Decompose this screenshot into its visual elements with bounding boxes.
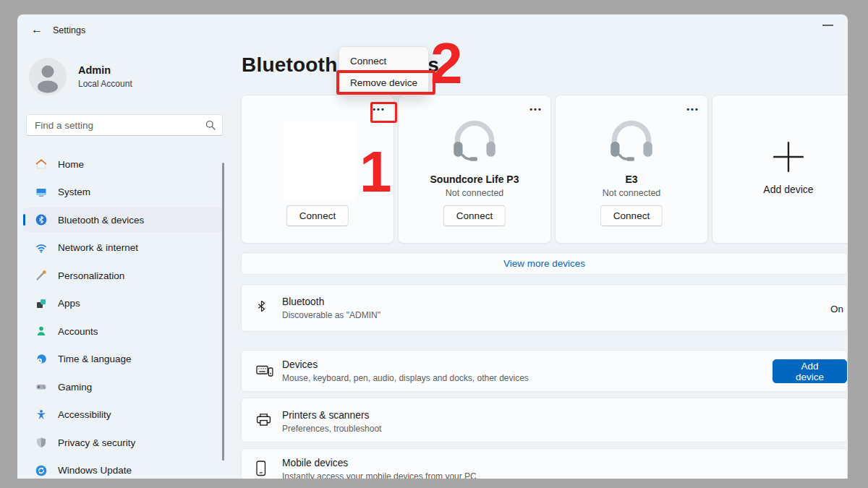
home-icon bbox=[35, 158, 47, 170]
network-icon bbox=[35, 242, 47, 254]
device-card-e3: ••• E3 Not connected Connect bbox=[555, 95, 708, 244]
device-status: Not connected bbox=[556, 188, 707, 198]
back-button[interactable]: ← bbox=[27, 20, 46, 39]
sidebar-item-home[interactable]: Home bbox=[23, 152, 224, 176]
selected-indicator bbox=[23, 214, 25, 226]
row-title: Bluetooth bbox=[282, 296, 380, 307]
row-subtitle: Mouse, keyboard, pen, audio, displays an… bbox=[282, 373, 529, 383]
minimize-button[interactable] bbox=[817, 19, 838, 32]
more-options-button[interactable]: ••• bbox=[527, 103, 545, 116]
sidebar-item-accounts[interactable]: Accounts bbox=[23, 319, 224, 343]
personalization-icon bbox=[35, 270, 47, 281]
accounts-icon bbox=[35, 325, 47, 337]
keyboard-mouse-icon bbox=[256, 364, 273, 381]
device-card-soundcore: ••• Soundcore Life P3 Not connected Conn… bbox=[398, 95, 551, 244]
sidebar-item-windows-update[interactable]: Windows Update bbox=[23, 458, 224, 479]
device-name: E3 bbox=[556, 174, 707, 185]
sidebar-item-label: Gaming bbox=[58, 382, 92, 393]
view-more-devices-row: View more devices bbox=[241, 252, 848, 275]
bluetooth-toggle-row[interactable]: Bluetooth Discoverable as "ADMIN" On bbox=[241, 284, 848, 332]
connect-button[interactable]: Connect bbox=[286, 205, 349, 226]
sidebar-item-label: Personalization bbox=[58, 270, 124, 281]
bluetooth-rune-icon bbox=[256, 300, 273, 315]
annotation-step-1: 1 bbox=[359, 143, 392, 201]
connect-button[interactable]: Connect bbox=[600, 205, 663, 226]
sidebar-scrollbar[interactable] bbox=[222, 163, 224, 461]
sidebar-item-bluetooth-devices[interactable]: Bluetooth & devices bbox=[23, 207, 224, 232]
app-title: Settings bbox=[53, 25, 85, 35]
time-language-icon bbox=[35, 354, 47, 365]
row-subtitle: Preferences, troubleshoot bbox=[282, 424, 381, 434]
phone-icon bbox=[256, 461, 273, 479]
settings-window: ← Settings Admin Local Account Home bbox=[17, 14, 848, 479]
search-input[interactable] bbox=[26, 114, 223, 136]
sidebar-item-label: Time & language bbox=[58, 354, 132, 364]
row-subtitle: Instantly access your mobile devices fro… bbox=[282, 471, 477, 479]
search-icon bbox=[205, 119, 216, 131]
add-device-button[interactable]: Add device bbox=[773, 359, 847, 383]
bluetooth-toggle-state: On bbox=[830, 304, 843, 314]
row-title: Printers & scanners bbox=[282, 410, 381, 421]
sidebar-item-label: Accounts bbox=[58, 326, 98, 337]
sidebar-item-label: System bbox=[58, 187, 90, 197]
annotation-step-2: 2 bbox=[430, 35, 463, 93]
person-icon bbox=[29, 58, 67, 95]
headset-icon bbox=[605, 114, 658, 166]
search-box bbox=[26, 114, 223, 136]
plus-icon bbox=[770, 139, 807, 178]
sidebar-item-label: Windows Update bbox=[58, 465, 132, 476]
row-title: Devices bbox=[282, 359, 529, 370]
apps-icon bbox=[35, 298, 47, 309]
sidebar-item-label: Bluetooth & devices bbox=[58, 215, 144, 226]
add-device-label: Add device bbox=[712, 184, 848, 195]
row-title: Mobile devices bbox=[282, 458, 477, 468]
minimize-icon bbox=[822, 25, 833, 26]
sidebar-item-apps[interactable]: Apps bbox=[23, 291, 224, 316]
devices-row[interactable]: Devices Mouse, keyboard, pen, audio, dis… bbox=[241, 350, 848, 392]
windows-update-icon bbox=[35, 465, 47, 476]
sidebar-item-label: Network & internet bbox=[58, 242, 138, 253]
system-icon bbox=[35, 187, 47, 198]
sidebar-item-gaming[interactable]: Gaming bbox=[23, 374, 224, 399]
row-subtitle: Discoverable as "ADMIN" bbox=[282, 310, 380, 320]
sidebar-item-label: Apps bbox=[58, 298, 80, 309]
account-name: Admin bbox=[78, 64, 111, 76]
account-type: Local Account bbox=[78, 79, 132, 89]
view-more-devices-link[interactable]: View more devices bbox=[503, 258, 585, 269]
more-options-button[interactable]: ••• bbox=[684, 103, 702, 116]
sidebar-item-privacy-security[interactable]: Privacy & security bbox=[23, 430, 224, 455]
gaming-icon bbox=[35, 381, 47, 393]
sidebar-item-label: Privacy & security bbox=[58, 437, 135, 448]
sidebar-item-personalization[interactable]: Personalization bbox=[23, 263, 224, 288]
sidebar-item-accessibility[interactable]: Accessibility bbox=[23, 403, 224, 427]
device-name: Soundcore Life P3 bbox=[399, 174, 550, 185]
blank-device-image bbox=[284, 121, 355, 200]
avatar bbox=[29, 58, 67, 95]
accessibility-icon bbox=[35, 409, 47, 421]
screenshot-frame: ← Settings Admin Local Account Home bbox=[0, 0, 868, 488]
privacy-security-icon bbox=[35, 437, 47, 448]
bluetooth-icon bbox=[35, 214, 47, 226]
connect-button[interactable]: Connect bbox=[443, 205, 506, 226]
mobile-devices-row[interactable]: Mobile devices Instantly access your mob… bbox=[241, 448, 848, 479]
printers-scanners-row[interactable]: Printers & scanners Preferences, trouble… bbox=[241, 398, 848, 442]
sidebar-item-label: Accessibility bbox=[58, 409, 111, 420]
menu-item-connect[interactable]: Connect bbox=[343, 51, 425, 72]
sidebar-item-time-language[interactable]: Time & language bbox=[23, 347, 224, 372]
sidebar-item-network-internet[interactable]: Network & internet bbox=[23, 236, 224, 260]
device-status: Not connected bbox=[399, 188, 550, 198]
add-device-card[interactable]: Add device bbox=[712, 95, 848, 244]
sidebar-nav: Home System Bluetooth & devices Network … bbox=[23, 152, 224, 479]
annotation-box-remove-device bbox=[336, 70, 435, 95]
annotation-box-more-options bbox=[370, 102, 397, 123]
printer-icon bbox=[256, 412, 273, 430]
headset-icon bbox=[448, 114, 501, 166]
sidebar-item-label: Home bbox=[58, 159, 84, 170]
sidebar-item-system[interactable]: System bbox=[23, 180, 224, 205]
